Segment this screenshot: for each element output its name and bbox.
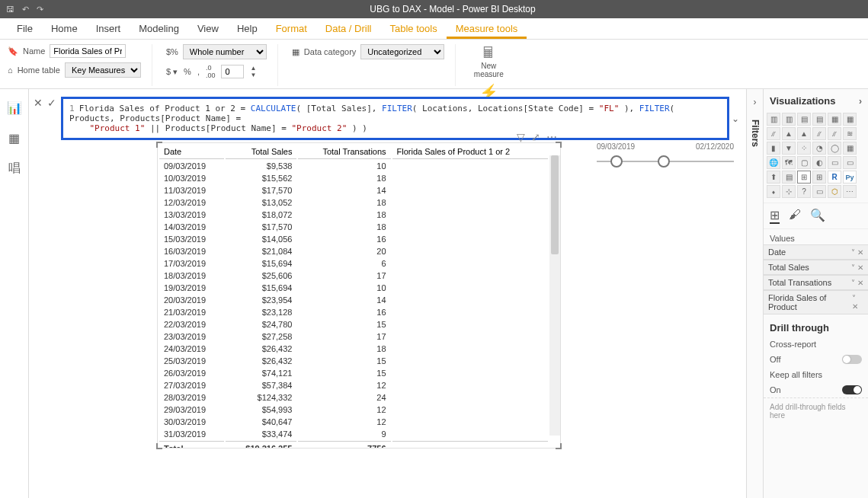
viz-area-icon[interactable]: ▲ xyxy=(782,127,796,140)
table-row[interactable]: 19/03/2019$15,69410 xyxy=(159,283,548,293)
viz-r-icon[interactable]: R xyxy=(828,171,841,184)
viz-filled-map-icon[interactable]: 🗺 xyxy=(782,156,796,169)
viz-multi-card-icon[interactable]: ▭ xyxy=(843,156,857,169)
menu-file[interactable]: File xyxy=(8,18,42,39)
filters-expand-icon[interactable]: › xyxy=(754,97,757,107)
drill-drop-hint[interactable]: Add drill-through fields here xyxy=(764,397,868,424)
viz-stacked-area-icon[interactable]: ▲ xyxy=(797,127,811,140)
model-view-icon[interactable]: 唱 xyxy=(7,161,22,176)
format-tab-icon[interactable]: 🖌 xyxy=(789,208,801,224)
table-row[interactable]: 21/03/2019$23,12816 xyxy=(159,307,548,318)
table-row[interactable]: 31/03/2019$33,4749 xyxy=(159,429,548,439)
cross-report-toggle[interactable] xyxy=(842,355,862,364)
menu-tabletools[interactable]: Table tools xyxy=(380,18,446,39)
datacategory-select[interactable]: Uncategorized xyxy=(360,44,444,59)
table-row[interactable]: 20/03/2019$23,95414 xyxy=(159,295,548,305)
menu-modeling[interactable]: Modeling xyxy=(130,18,188,39)
format-select[interactable]: Whole number xyxy=(183,44,267,59)
menu-view[interactable]: View xyxy=(188,18,228,39)
table-row[interactable]: 28/03/2019$124,33224 xyxy=(159,392,548,403)
table-row[interactable]: 09/03/2019$9,53810 xyxy=(159,161,548,171)
table-row[interactable]: 18/03/2019$25,60617 xyxy=(159,270,548,281)
comma-button[interactable]: , xyxy=(197,67,200,76)
redo-icon[interactable]: ↷ xyxy=(37,5,43,14)
viz-stacked-column-icon[interactable]: ▥ xyxy=(782,113,796,126)
table-row[interactable]: 26/03/2019$74,12115 xyxy=(159,368,548,378)
viz-shape-map-icon[interactable]: ▢ xyxy=(797,156,811,169)
menu-insert[interactable]: Insert xyxy=(87,18,130,39)
percent-button[interactable]: % xyxy=(184,67,191,76)
viz-clustered-column-icon[interactable]: ▤ xyxy=(812,113,826,126)
decimals-down[interactable]: ▼ xyxy=(250,72,256,78)
analytics-tab-icon[interactable]: 🔍 xyxy=(810,208,825,224)
table-row[interactable]: 22/03/2019$24,78015 xyxy=(159,319,548,330)
formula-bar[interactable]: 1Florida Sales of Product 1 or 2 = CALCU… xyxy=(61,97,729,140)
viz-pie-icon[interactable]: ◔ xyxy=(812,142,826,155)
hometable-select[interactable]: Key Measures xyxy=(65,62,141,78)
table-row[interactable]: 16/03/2019$21,08420 xyxy=(159,246,548,257)
viz-get-more-icon[interactable]: ⋯ xyxy=(843,185,857,198)
viz-key-influencers-icon[interactable]: ⬧ xyxy=(767,185,780,198)
table-row[interactable]: 29/03/2019$54,99312 xyxy=(159,404,548,415)
col-sales[interactable]: Total Sales xyxy=(226,145,296,159)
field-well[interactable]: Florida Sales of Product˅ ✕ xyxy=(764,290,868,314)
table-row[interactable]: 30/03/2019$40,64712 xyxy=(159,417,548,427)
col-trans[interactable]: Total Transations xyxy=(298,145,390,159)
table-row[interactable]: 25/03/2019$26,43215 xyxy=(159,356,548,366)
field-well[interactable]: Date˅ ✕ xyxy=(764,244,868,260)
keep-filters-toggle[interactable] xyxy=(842,385,862,394)
report-view-icon[interactable]: 📊 xyxy=(7,100,22,115)
formula-cancel-icon[interactable]: ✕ xyxy=(34,97,43,109)
viz-slicer-icon[interactable]: ▤ xyxy=(782,171,796,184)
viz-ribbon-icon[interactable]: ≋ xyxy=(843,127,857,140)
scrollbar-thumb[interactable] xyxy=(551,155,559,254)
fields-tab-icon[interactable]: ⊞ xyxy=(770,208,780,224)
undo-icon[interactable]: ↶ xyxy=(22,5,29,14)
data-view-icon[interactable]: ▦ xyxy=(7,130,22,145)
new-measure-button[interactable]: 🖩 New measure xyxy=(469,44,508,78)
field-well[interactable]: Total Transations˅ ✕ xyxy=(764,275,868,290)
viz-treemap-icon[interactable]: ▦ xyxy=(843,142,857,155)
table-row[interactable]: 10/03/2019$15,56218 xyxy=(159,173,548,184)
save-icon[interactable]: 🖫 xyxy=(6,5,14,14)
viz-table-icon[interactable]: ⊞ xyxy=(797,171,811,184)
viz-matrix-icon[interactable]: ⊞ xyxy=(812,171,826,184)
viz-line-stacked-icon[interactable]: ⫽ xyxy=(828,127,841,140)
viz-line-column-icon[interactable]: ⫽ xyxy=(812,127,826,140)
col-florida[interactable]: Florida Sales of Product 1 or 2 xyxy=(392,145,548,159)
menu-measuretools[interactable]: Measure tools xyxy=(447,18,527,39)
viz-stacked-bar-icon[interactable]: ▥ xyxy=(767,113,780,126)
resize-handle-tr[interactable] xyxy=(556,142,562,148)
table-row[interactable]: 24/03/2019$26,43218 xyxy=(159,343,548,354)
menu-home[interactable]: Home xyxy=(42,18,87,39)
viz-kpi-icon[interactable]: ⬆ xyxy=(767,171,780,184)
viz-scatter-icon[interactable]: ⁘ xyxy=(797,142,811,155)
formula-commit-icon[interactable]: ✓ xyxy=(47,97,56,109)
slider-handle-left[interactable] xyxy=(610,155,623,168)
table-row[interactable]: 15/03/2019$14,05616 xyxy=(159,234,548,244)
field-well[interactable]: Total Sales˅ ✕ xyxy=(764,260,868,275)
filters-pane[interactable]: › Filters xyxy=(746,89,763,498)
viz-waterfall-icon[interactable]: ▮ xyxy=(767,142,780,155)
viz-collapse-icon[interactable]: › xyxy=(859,96,862,107)
currency-button[interactable]: $ ▾ xyxy=(166,67,178,77)
col-date[interactable]: Date xyxy=(159,145,224,159)
viz-donut-icon[interactable]: ◯ xyxy=(828,142,841,155)
slider-handle-right[interactable] xyxy=(658,155,670,168)
date-slicer[interactable]: 09/03/2019 02/12/2020 xyxy=(597,142,734,169)
table-row[interactable]: 14/03/2019$17,57018 xyxy=(159,222,548,232)
viz-card-icon[interactable]: ▭ xyxy=(828,156,841,169)
viz-clustered-bar-icon[interactable]: ▤ xyxy=(797,113,811,126)
viz-gauge-icon[interactable]: ◐ xyxy=(812,156,826,169)
viz-100-bar-icon[interactable]: ▦ xyxy=(828,113,841,126)
decimal-button[interactable]: .0.00 xyxy=(206,64,216,79)
viz-decomposition-icon[interactable]: ⊹ xyxy=(782,185,796,198)
menu-format[interactable]: Format xyxy=(267,18,316,39)
table-row[interactable]: 12/03/2019$13,05218 xyxy=(159,197,548,208)
decimals-input[interactable] xyxy=(221,65,244,78)
viz-line-icon[interactable]: ⫽ xyxy=(767,127,780,140)
focus-icon[interactable]: ⤢ xyxy=(531,131,540,143)
viz-python-icon[interactable]: Py xyxy=(843,171,857,184)
viz-powerapps-icon[interactable]: ⬡ xyxy=(828,185,841,198)
table-visual[interactable]: ▽ ⤢ ⋯ Date Total Sales Total Transations… xyxy=(157,142,561,449)
